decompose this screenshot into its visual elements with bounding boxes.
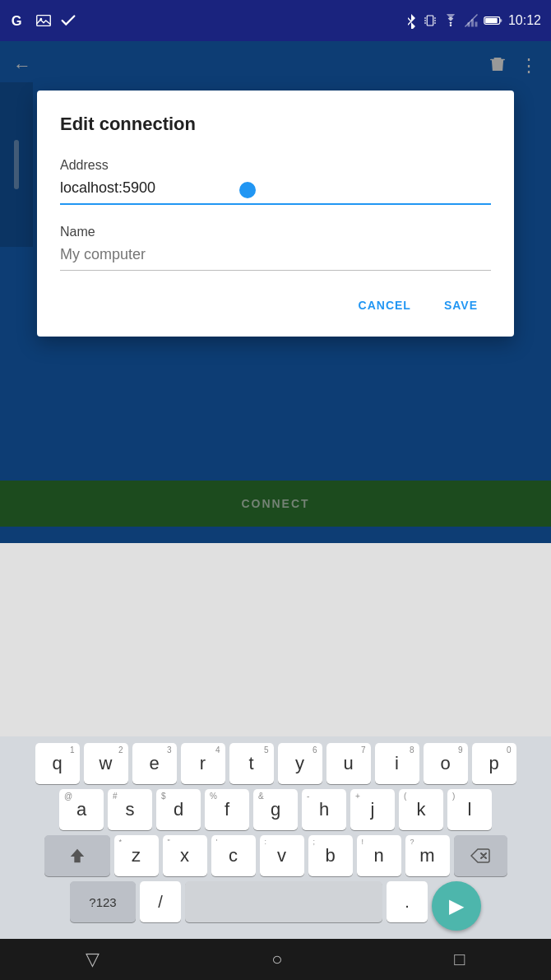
name-label: Name [60, 225, 491, 239]
svg-rect-15 [500, 19, 502, 21]
key-q[interactable]: 1q [35, 743, 80, 784]
key-s[interactable]: #s [108, 789, 152, 830]
edit-connection-dialog: Edit connection Address Name CANCEL SAVE [37, 91, 514, 337]
status-bar-left: G [10, 12, 77, 30]
shift-key[interactable] [44, 835, 110, 876]
key-y[interactable]: 6y [278, 743, 322, 784]
svg-rect-12 [471, 20, 474, 27]
keyboard-row-1: 1q 2w 3e 4r 5t 6y 7u 8i 9o 0p [3, 743, 548, 784]
wifi-icon [442, 14, 459, 27]
shift-icon [68, 847, 86, 865]
dialog-overlay: Edit connection Address Name CANCEL SAVE [0, 41, 551, 543]
check-icon [59, 12, 77, 30]
google-icon: G [10, 12, 28, 30]
vibrate-icon [423, 13, 438, 28]
save-button[interactable]: SAVE [431, 290, 491, 320]
svg-text:G: G [12, 13, 22, 28]
name-input[interactable] [60, 243, 491, 271]
backspace-key[interactable] [454, 835, 507, 876]
key-d[interactable]: $d [156, 789, 201, 830]
svg-point-10 [450, 25, 452, 27]
period-key[interactable]: . [387, 881, 428, 922]
svg-rect-3 [427, 16, 433, 26]
slash-key[interactable]: / [140, 881, 181, 922]
keyboard: 1q 2w 3e 4r 5t 6y 7u 8i 9o 0p @a #s $d %… [0, 736, 551, 939]
key-g[interactable]: &g [253, 789, 298, 830]
cursor-indicator [239, 182, 256, 198]
key-m[interactable]: ?m [405, 835, 450, 876]
key-v[interactable]: :v [260, 835, 304, 876]
key-b[interactable]: ;b [308, 835, 353, 876]
bottom-navigation: ▽ ○ □ [0, 939, 551, 980]
svg-rect-1 [37, 16, 51, 26]
address-input[interactable] [60, 176, 491, 205]
status-bar: G [0, 0, 551, 41]
key-z[interactable]: *z [114, 835, 159, 876]
key-p[interactable]: 0p [472, 743, 516, 784]
cancel-button[interactable]: CANCEL [345, 290, 424, 320]
backspace-icon [470, 848, 490, 863]
home-nav-icon[interactable]: ○ [271, 949, 282, 970]
signal-off-icon [464, 13, 479, 28]
key-c[interactable]: 'c [211, 835, 256, 876]
address-field-container [60, 176, 491, 205]
bluetooth-icon [405, 12, 418, 29]
svg-rect-13 [467, 22, 470, 26]
key-f[interactable]: %f [205, 789, 249, 830]
back-nav-icon[interactable]: ▽ [86, 949, 100, 970]
keyboard-row-4: ?123 / . ▶ [3, 881, 548, 931]
numbers-key[interactable]: ?123 [70, 881, 136, 922]
name-field-container [60, 243, 491, 271]
key-r[interactable]: 4r [181, 743, 225, 784]
key-e[interactable]: 3e [132, 743, 177, 784]
svg-rect-11 [475, 22, 477, 27]
address-label: Address [60, 158, 491, 173]
key-i[interactable]: 8i [375, 743, 419, 784]
svg-rect-16 [485, 18, 498, 23]
key-k[interactable]: (k [399, 789, 443, 830]
dialog-title: Edit connection [60, 114, 491, 135]
status-bar-right: 10:12 [405, 12, 541, 29]
key-x[interactable]: "x [163, 835, 207, 876]
key-n[interactable]: !n [357, 835, 401, 876]
recent-nav-icon[interactable]: □ [454, 949, 465, 970]
key-w[interactable]: 2w [84, 743, 128, 784]
key-h[interactable]: -h [302, 789, 346, 830]
key-t[interactable]: 5t [229, 743, 274, 784]
next-key[interactable]: ▶ [432, 881, 481, 931]
key-a[interactable]: @a [59, 789, 104, 830]
image-icon [35, 12, 53, 30]
dialog-actions: CANCEL SAVE [60, 290, 491, 320]
keyboard-row-3: *z "x 'c :v ;b !n ?m [3, 835, 548, 876]
time-display: 10:12 [508, 13, 541, 28]
keyboard-row-2: @a #s $d %f &g -h +j (k )l [3, 789, 548, 830]
key-o[interactable]: 9o [424, 743, 468, 784]
space-key[interactable] [185, 881, 382, 922]
key-j[interactable]: +j [350, 789, 395, 830]
battery-icon [484, 15, 503, 26]
key-u[interactable]: 7u [326, 743, 371, 784]
key-l[interactable]: )l [447, 789, 492, 830]
